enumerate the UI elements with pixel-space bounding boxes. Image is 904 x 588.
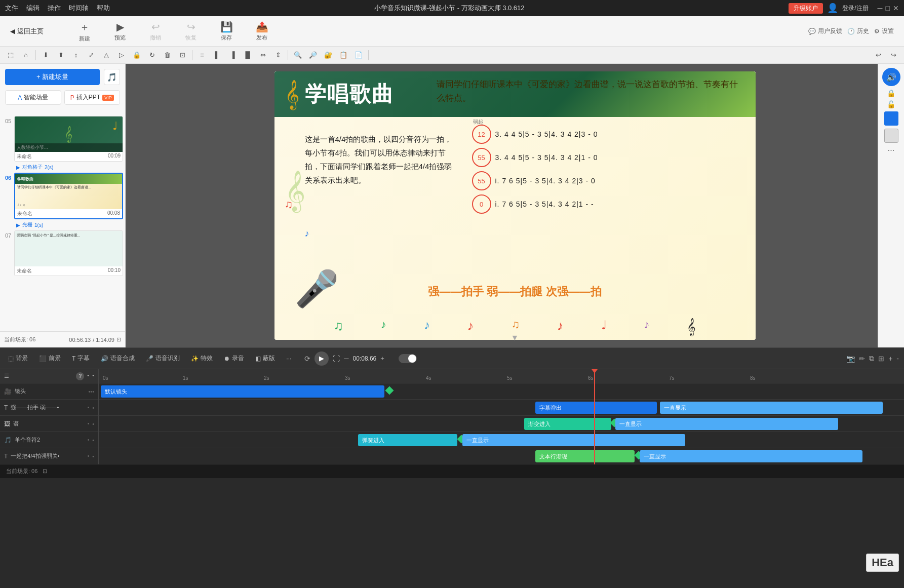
- playhead[interactable]: [594, 369, 595, 464]
- play-button[interactable]: ▶: [315, 351, 329, 366]
- camera-bar[interactable]: 默认镜头: [101, 385, 384, 398]
- text2-dots[interactable]: •: [92, 453, 94, 459]
- new-button[interactable]: ＋ 新建: [74, 20, 95, 43]
- align-right-icon[interactable]: █: [241, 49, 254, 62]
- image-dots[interactable]: •: [92, 421, 94, 427]
- plus-button[interactable]: +: [380, 355, 384, 362]
- copy-icon[interactable]: 📋: [337, 49, 350, 62]
- camera-track-dots[interactable]: •••: [88, 388, 94, 395]
- close-button[interactable]: ✕: [893, 4, 899, 12]
- minus-button[interactable]: ─: [344, 355, 348, 362]
- new-scene-button[interactable]: + 新建场量: [5, 69, 100, 85]
- delete-icon[interactable]: 🗑: [161, 49, 174, 62]
- more-panel-button[interactable]: ···: [888, 146, 894, 155]
- align-up-icon[interactable]: ⬆: [54, 49, 67, 62]
- settings-button[interactable]: ⚙ 设置: [874, 27, 894, 35]
- save-button[interactable]: 💾 保存: [216, 21, 237, 42]
- track-dot1[interactable]: •: [87, 372, 89, 380]
- zoom-tl-out[interactable]: -: [896, 355, 899, 363]
- redo-sm-icon[interactable]: ↪: [887, 49, 900, 62]
- audio-visible-icon[interactable]: •: [88, 437, 90, 443]
- scene-05-item[interactable]: [2, 112, 123, 114]
- text2-visible-icon[interactable]: •: [88, 453, 90, 459]
- text1-visible-icon[interactable]: •: [88, 405, 90, 410]
- home-icon[interactable]: ⌂: [19, 49, 32, 62]
- record-button[interactable]: ⏺ 录音: [221, 352, 247, 364]
- distribute-v-icon[interactable]: ⇕: [271, 49, 285, 62]
- bg-button[interactable]: ⬚ 背景: [5, 352, 31, 364]
- rotate-icon[interactable]: ↻: [145, 49, 159, 62]
- scroll-down-indicator[interactable]: ▼: [511, 333, 519, 342]
- add-track-icon[interactable]: ☰: [4, 373, 9, 379]
- track-dot2[interactable]: •: [92, 372, 94, 380]
- color-swatch-blue[interactable]: [884, 111, 898, 126]
- align-left-icon[interactable]: ▌: [211, 49, 224, 62]
- arrow-right-icon[interactable]: ▷: [115, 49, 128, 62]
- fullscreen-button[interactable]: ⛶: [333, 355, 340, 363]
- redo-button[interactable]: ↪ 恢复: [181, 21, 201, 42]
- back-home-button[interactable]: ◀ 返回主页: [10, 27, 44, 36]
- image-bar-main[interactable]: 渐变进入: [524, 418, 611, 430]
- rewind-button[interactable]: ⟳: [304, 355, 310, 363]
- text1-bar-main[interactable]: 字幕弹出: [535, 402, 657, 414]
- preview-button[interactable]: ▶ 预览: [110, 21, 130, 42]
- subtitle-button[interactable]: T 字幕: [69, 352, 93, 364]
- list-icon[interactable]: ≡: [195, 49, 209, 62]
- undo-sm-icon[interactable]: ↩: [872, 49, 885, 62]
- toggle-switch[interactable]: [399, 354, 417, 363]
- align-v-icon[interactable]: ↕: [69, 49, 83, 62]
- fg-button[interactable]: ⬛ 前景: [36, 352, 64, 364]
- menu-timeline[interactable]: 时间轴: [69, 4, 89, 13]
- mask-button[interactable]: ◧ 蔽版: [252, 352, 278, 364]
- image-bar-show[interactable]: 一直显示: [615, 418, 838, 430]
- text2-bar-show[interactable]: 一直显示: [640, 450, 862, 462]
- triangle-icon[interactable]: △: [100, 49, 113, 62]
- audio-dots[interactable]: •: [92, 437, 94, 443]
- select-tool[interactable]: ⬚: [4, 49, 17, 62]
- menu-edit[interactable]: 编辑: [26, 4, 40, 13]
- camera-tl-icon[interactable]: 📷: [846, 355, 855, 363]
- audio-button[interactable]: 🔊: [882, 68, 900, 86]
- text2-bar-main[interactable]: 文本行渐现: [535, 450, 635, 462]
- edit-tl-icon[interactable]: ✏: [859, 355, 865, 363]
- menu-file[interactable]: 文件: [5, 4, 18, 13]
- login-button[interactable]: 登录/注册: [842, 4, 868, 13]
- audio-bar-show[interactable]: 一直显示: [462, 434, 685, 446]
- color-swatch-gray[interactable]: [884, 129, 898, 143]
- audio-bar-main[interactable]: 弹簧进入: [358, 434, 457, 446]
- filter-tl-icon[interactable]: ⧉: [869, 354, 874, 363]
- effects-button[interactable]: ✨ 特效: [188, 352, 216, 364]
- history-button[interactable]: 🕐 历史: [847, 27, 869, 35]
- lock-icon[interactable]: 🔒: [130, 49, 143, 62]
- align-down-icon[interactable]: ⬇: [39, 49, 52, 62]
- speed-tl-icon[interactable]: ⊞: [878, 355, 884, 363]
- distribute-h-icon[interactable]: ⇔: [256, 49, 269, 62]
- scene-05-thumb[interactable]: 𝄞 ♩ 人教轻松小节... 未命名 00:09: [14, 116, 123, 162]
- feedback-button[interactable]: 💬 用户反馈: [808, 27, 842, 35]
- upgrade-button[interactable]: 升级账户: [789, 3, 823, 14]
- zoom-out-icon[interactable]: 🔎: [306, 49, 320, 62]
- unlock-panel-button[interactable]: 🔓: [887, 100, 895, 108]
- menu-operate[interactable]: 操作: [48, 4, 61, 13]
- lock2-icon[interactable]: 🔐: [322, 49, 335, 62]
- image-visible-icon[interactable]: •: [88, 421, 90, 426]
- help-icon[interactable]: ?: [76, 372, 84, 380]
- smart-scene-button[interactable]: A 智能场量: [5, 90, 61, 105]
- align-full-icon[interactable]: ⤢: [85, 49, 98, 62]
- maximize-button[interactable]: □: [886, 4, 890, 12]
- tts-button[interactable]: 🔊 语音合成: [98, 352, 138, 364]
- publish-button[interactable]: 📤 发布: [252, 21, 272, 42]
- text1-dots[interactable]: •: [92, 405, 94, 411]
- paste-icon[interactable]: 📄: [352, 49, 365, 62]
- insert-ppt-button[interactable]: P 插入PPT VIP: [64, 90, 121, 105]
- lock-panel-button[interactable]: 🔒: [887, 89, 895, 97]
- status-icon[interactable]: ⊡: [43, 468, 47, 475]
- canvas-wrapper[interactable]: 默认镜头 𝄞 学唱歌曲 请同学们仔细听课本中《可爱的家》边看曲谱，说一说这首歌的…: [274, 71, 756, 340]
- align-center-icon[interactable]: ▐: [226, 49, 239, 62]
- text1-bar-show[interactable]: 一直显示: [660, 402, 883, 414]
- music-icon-button[interactable]: 🎵: [104, 69, 120, 85]
- minimize-button[interactable]: ─: [878, 4, 883, 12]
- menu-help[interactable]: 帮助: [97, 4, 110, 13]
- more-tl-button[interactable]: ···: [283, 354, 294, 364]
- zoom-in-icon[interactable]: 🔍: [291, 49, 304, 62]
